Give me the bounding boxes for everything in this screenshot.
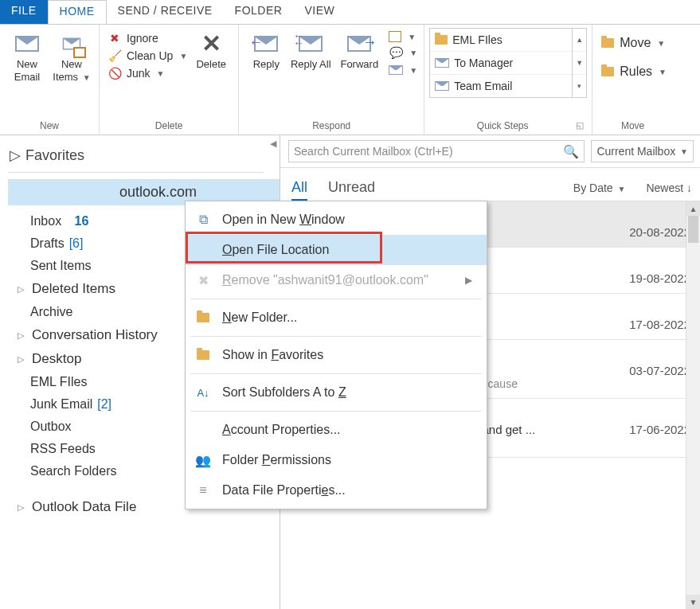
ctx-remove-account: ✖Remove "ashwanit91@outlook.com"▶	[186, 265, 487, 295]
qs-emlfiles[interactable]: EML FIles	[430, 29, 572, 52]
collapse-nav-icon[interactable]: ◀	[270, 139, 276, 149]
group-quicksteps-label: Quick Steps◱	[429, 119, 587, 135]
chevron-down-icon: ▼	[409, 49, 417, 57]
ctx-account-properties[interactable]: Account Properties...	[186, 415, 487, 445]
more-respond-button[interactable]: ▼	[389, 63, 417, 77]
tab-file[interactable]: FILE	[0, 0, 48, 24]
message-date: 20-08-2022	[629, 225, 690, 239]
qs-scroll-down[interactable]: ▼	[573, 52, 586, 75]
folder-icon	[195, 310, 211, 326]
delete-button[interactable]: ✕ Delete	[189, 28, 233, 71]
im-button[interactable]: 💬▼	[389, 45, 417, 60]
ctx-new-folder[interactable]: New Folder...	[186, 303, 487, 333]
arrow-down-icon: ↓	[686, 182, 692, 194]
reply-button[interactable]: ← Reply	[244, 28, 288, 71]
scroll-up[interactable]: ▲	[686, 201, 700, 216]
meeting-button[interactable]: ▼	[389, 31, 417, 42]
cleanup-icon: 🧹	[108, 49, 122, 63]
quicksteps-scroll: ▲ ▼ ▾	[573, 28, 587, 98]
ctx-folder-permissions[interactable]: 👥Folder Permissions	[186, 445, 487, 475]
group-delete-label: Delete	[104, 119, 233, 135]
separator	[190, 411, 482, 412]
message-date: 19-08-2022	[629, 271, 690, 285]
chevron-down-icon: ▼	[83, 73, 91, 82]
scroll-down[interactable]: ▼	[686, 595, 700, 609]
sort-newest[interactable]: Newest ↓	[646, 182, 692, 201]
rules-button[interactable]: Rules▼	[600, 64, 667, 79]
ctx-datafile-properties[interactable]: ≡Data File Properties...	[186, 475, 487, 506]
ctx-open-window[interactable]: ⧉Open in New Window	[186, 205, 487, 235]
ctx-sort-subfolders[interactable]: A↓Sort Subfolders A to Z	[186, 377, 487, 408]
mail-icon	[435, 81, 449, 91]
properties-icon: ≡	[195, 482, 211, 498]
group-new: New Email New Items ▼ New	[0, 25, 100, 135]
junk-button[interactable]: 🚫Junk▼	[108, 66, 187, 80]
ignore-icon: ✖	[108, 31, 122, 45]
new-items-button[interactable]: New Items ▼	[49, 28, 94, 84]
mail-icon	[14, 31, 40, 57]
qs-scroll-up[interactable]: ▲	[573, 29, 586, 52]
context-menu: ⧉Open in New Window Open File Location ✖…	[185, 201, 487, 509]
tab-sendrecv[interactable]: SEND / RECEIVE	[107, 0, 224, 24]
filter-all[interactable]: All	[291, 179, 307, 201]
search-placeholder: Search Current Mailbox (Ctrl+E)	[294, 145, 453, 158]
sort-az-icon: A↓	[195, 385, 211, 400]
chevron-down-icon: ▼	[409, 66, 417, 75]
separator	[190, 299, 482, 299]
tab-folder[interactable]: FOLDER	[224, 0, 294, 24]
move-button[interactable]: Move▼	[600, 36, 667, 50]
folder-icon	[195, 347, 211, 363]
more-icon	[389, 63, 403, 77]
tab-home[interactable]: HOME	[48, 0, 107, 24]
qs-tomanager[interactable]: To Manager	[430, 52, 572, 75]
expand-icon: ▷	[10, 146, 21, 164]
ignore-button[interactable]: ✖Ignore	[108, 31, 187, 45]
rules-folder-icon	[600, 64, 615, 79]
expand-icon: ▷	[18, 284, 27, 295]
qs-teamemail[interactable]: Team Email	[430, 75, 572, 97]
group-quicksteps: EML FIles To Manager Team Email ▲ ▼ ▾ Qu…	[424, 25, 592, 135]
group-new-label: New	[5, 119, 94, 135]
quicksteps-gallery: EML FIles To Manager Team Email	[429, 28, 573, 98]
forward-button[interactable]: → Forward	[333, 28, 385, 71]
chevron-down-icon: ▼	[680, 147, 688, 156]
chevron-down-icon: ▼	[657, 39, 665, 48]
group-respond: ← Reply ←← Reply All → Forward ▼ 💬▼ ▼ Re…	[239, 25, 424, 135]
qs-expand[interactable]: ▾	[573, 75, 586, 97]
tab-view[interactable]: VIEW	[293, 0, 346, 24]
ctx-open-file-location[interactable]: Open File Location	[186, 235, 487, 265]
search-input[interactable]: Search Current Mailbox (Ctrl+E) 🔍	[288, 140, 585, 162]
replyall-button[interactable]: ←← Reply All	[288, 28, 333, 71]
people-icon: 👥	[195, 452, 211, 468]
ctx-show-favorites[interactable]: Show in Favorites	[186, 340, 487, 370]
dialog-launcher-icon[interactable]: ◱	[576, 120, 587, 131]
mail-icon	[435, 58, 449, 68]
scroll-thumb[interactable]	[688, 216, 698, 243]
meeting-icon	[389, 31, 401, 42]
ribbon-tabs: FILE HOME SEND / RECEIVE FOLDER VIEW	[0, 0, 700, 24]
chevron-right-icon: ▶	[465, 275, 472, 286]
search-scope[interactable]: Current Mailbox ▼	[591, 140, 694, 162]
group-respond-label: Respond	[244, 119, 419, 135]
group-move: Move▼ Rules▼ Move	[592, 25, 673, 135]
expand-icon: ▷	[18, 354, 27, 365]
chevron-down-icon: ▼	[618, 185, 626, 193]
chevron-down-icon: ▼	[659, 68, 667, 76]
mail-calendar-icon	[59, 31, 84, 57]
search-icon[interactable]: 🔍	[563, 144, 579, 159]
chevron-down-icon: ▼	[157, 69, 165, 78]
filter-unread[interactable]: Unread	[328, 179, 375, 201]
chevron-down-icon: ▼	[408, 33, 416, 41]
separator	[190, 336, 482, 337]
move-folder-icon	[600, 36, 615, 50]
group-delete: ✖Ignore 🧹Clean Up▼ 🚫Junk▼ ✕ Delete Delet…	[100, 25, 239, 135]
separator	[190, 373, 482, 374]
scrollbar[interactable]: ▲ ▼	[686, 201, 700, 609]
sort-bydate[interactable]: By Date ▼	[573, 182, 626, 201]
group-move-label: Move	[597, 119, 668, 135]
forward-icon: →	[346, 31, 372, 57]
cleanup-button[interactable]: 🧹Clean Up▼	[108, 49, 187, 63]
favorites-header[interactable]: ▷Favorites	[8, 143, 280, 172]
folder-icon	[435, 35, 448, 45]
new-email-button[interactable]: New Email	[5, 28, 49, 84]
